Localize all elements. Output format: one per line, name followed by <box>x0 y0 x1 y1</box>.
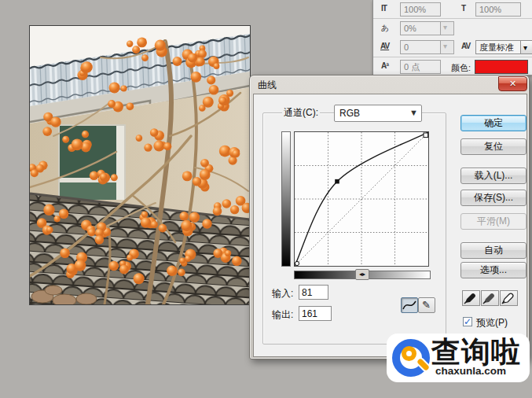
vertical-scale-field[interactable]: 100% <box>400 2 441 17</box>
character-panel: IT 100% T 100% あ 0% AV 0 AV 度量标准 Aª 0 点 … <box>372 0 532 76</box>
channel-label: 通道(C): <box>282 106 320 120</box>
gradient-flip-toggle[interactable]: ◂▸ <box>355 269 369 280</box>
output-label: 输出: <box>272 308 293 322</box>
persimmon-photo <box>30 26 250 304</box>
tsume-dropdown-icon[interactable] <box>441 21 454 35</box>
horizontal-scale-icon: T <box>461 4 465 13</box>
color-label: 颜色: <box>451 62 471 74</box>
load-button[interactable]: 载入(L)... <box>460 168 526 184</box>
curve-grid[interactable] <box>294 131 429 267</box>
photo-canvas[interactable] <box>29 25 251 305</box>
gray-point-eyedropper-button[interactable] <box>481 290 499 306</box>
vertical-scale-icon: IT <box>381 4 387 13</box>
tracking-select[interactable]: 度量标准 <box>475 40 532 54</box>
preview-checkbox[interactable] <box>463 317 472 326</box>
white-point-eyedropper-button[interactable] <box>500 290 518 306</box>
tsume-field[interactable]: 0% <box>400 21 441 35</box>
dialog-titlebar[interactable]: 曲线 <box>250 76 529 94</box>
pencil-tool-button[interactable] <box>418 297 435 313</box>
watermark-domain: chaxunla.com <box>435 365 506 377</box>
close-icon[interactable] <box>498 76 527 91</box>
ok-button[interactable]: 确定 <box>460 115 526 131</box>
reset-button[interactable]: 复位 <box>460 138 526 155</box>
chevron-down-icon: ▼ <box>409 108 418 117</box>
preview-label: 预览(P) <box>476 316 508 330</box>
baseline-shift-field[interactable]: 0 点 <box>400 60 441 74</box>
eyedropper-icon <box>463 291 479 305</box>
kerning-field[interactable]: 0 <box>400 40 441 54</box>
dialog-title: 曲线 <box>258 79 277 92</box>
output-gradient-bar <box>281 131 291 267</box>
curve-tool-button[interactable] <box>401 297 418 313</box>
tracking-value: 度量标准 <box>479 42 514 52</box>
kerning-dropdown-icon[interactable] <box>441 40 454 54</box>
eyedropper-icon <box>482 291 498 305</box>
channel-select[interactable]: RGB ▼ <box>334 105 422 122</box>
smooth-button: 平滑(M) <box>460 213 526 230</box>
output-value-field[interactable] <box>299 306 332 321</box>
eyedropper-icon <box>501 291 517 305</box>
save-button[interactable]: 保存(S)... <box>460 190 526 206</box>
options-button[interactable]: 选项... <box>460 262 526 278</box>
panel-divider <box>373 57 532 57</box>
baseline-shift-icon: Aª <box>381 61 388 70</box>
input-label: 输入: <box>272 287 293 300</box>
kerning-icon: AV <box>380 42 389 50</box>
chevron-down-icon[interactable] <box>520 41 532 53</box>
channel-value: RGB <box>339 108 360 119</box>
black-point-eyedropper-button[interactable] <box>462 290 480 306</box>
curve-tool-icon <box>402 298 417 312</box>
watermark-logo: 查询啦 chaxunla.com <box>387 334 530 382</box>
input-value-field[interactable] <box>299 285 328 300</box>
tracking-icon: AV <box>461 42 470 50</box>
curves-dialog: 曲线 通道(C): RGB ▼ ◂▸ 输入: 输出: <box>249 75 530 359</box>
color-swatch[interactable] <box>475 60 528 74</box>
panel-divider <box>373 18 532 19</box>
horizontal-scale-field[interactable]: 100% <box>475 2 521 17</box>
photoshop-workspace: IT 100% T 100% あ 0% AV 0 AV 度量标准 Aª 0 点 … <box>0 0 532 398</box>
magnifier-lens-icon <box>402 346 416 361</box>
auto-button[interactable]: 自动 <box>460 242 526 259</box>
tsume-icon: あ <box>381 23 388 34</box>
